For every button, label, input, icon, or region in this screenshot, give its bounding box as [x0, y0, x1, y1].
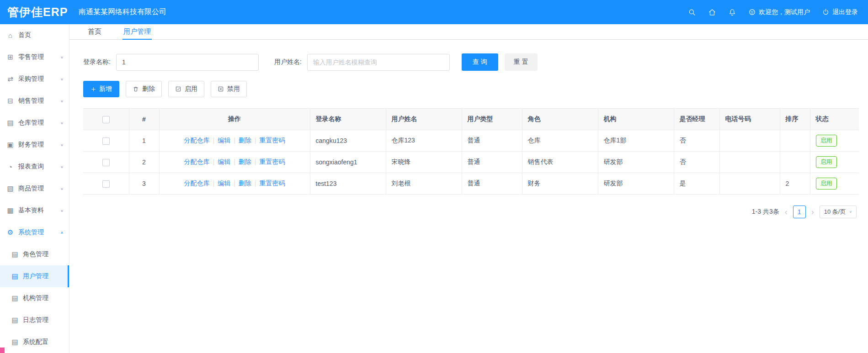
add-button[interactable]: 新增 — [83, 81, 119, 97]
chevron-up-icon: ∧ — [60, 231, 64, 235]
col-sort: 排序 — [780, 109, 810, 130]
logout-text: 退出登录 — [832, 8, 858, 16]
col-actions: 操作 — [159, 109, 310, 130]
col-login: 登录名称 — [310, 109, 386, 130]
logout-button[interactable]: 退出登录 — [822, 8, 858, 16]
page-size-select[interactable]: 10 条/页 ∨ — [820, 205, 857, 218]
sidebar-item-user-mgmt[interactable]: ▤ 用户管理 — [0, 265, 69, 287]
doc-icon: ▤ — [11, 338, 19, 346]
sidebar-item-basic-data[interactable]: ▦ 基本资料 ∨ — [0, 200, 69, 221]
welcome-user[interactable]: 欢迎您，测试用户 — [748, 8, 810, 16]
disable-button[interactable]: 禁用 — [211, 81, 247, 97]
chevron-down-icon: ∨ — [60, 165, 64, 169]
col-name: 用户姓名 — [386, 109, 462, 130]
sidebar-item-label: 销售管理 — [18, 97, 44, 105]
reset-button[interactable]: 重 置 — [505, 53, 538, 71]
sidebar-item-label: 日志管理 — [23, 316, 48, 324]
sidebar-item-home[interactable]: ⌂ 首页 — [0, 24, 69, 46]
delete-link[interactable]: 删除 — [239, 137, 251, 144]
reset-password-link[interactable]: 重置密码 — [259, 179, 285, 187]
sidebar-item-log-mgmt[interactable]: ▤ 日志管理 — [0, 309, 69, 331]
finance-icon: ▣ — [6, 141, 14, 149]
doc-icon: ▤ — [11, 250, 19, 258]
row-index: 2 — [129, 152, 159, 173]
delete-link[interactable]: 删除 — [239, 158, 251, 165]
assign-warehouse-link[interactable]: 分配仓库 — [184, 158, 210, 165]
status-badge[interactable]: 启用 — [816, 135, 837, 147]
col-org: 机构 — [598, 109, 674, 130]
sidebar-item-purchase[interactable]: ⇄ 采购管理 ∨ — [0, 68, 69, 90]
next-page-icon[interactable]: › — [811, 208, 814, 216]
cell-phone — [719, 152, 780, 173]
home-icon[interactable] — [708, 8, 716, 16]
gear-icon: ⚙ — [6, 228, 14, 237]
sidebar-item-reports[interactable]: ◔ 报表查询 ∨ — [0, 156, 69, 178]
prev-page-icon[interactable]: ‹ — [785, 208, 788, 216]
row-checkbox[interactable] — [102, 159, 110, 166]
home-icon: ⌂ — [6, 32, 14, 39]
check-square-icon — [175, 86, 181, 92]
user-name-input[interactable] — [307, 54, 450, 71]
toolbar: 新增 删除 启用 禁用 — [83, 81, 857, 97]
pagination: 1-3 共3条 ‹ 1 › 10 条/页 ∨ — [83, 205, 857, 218]
table-header-row: # 操作 登录名称 用户姓名 用户类型 角色 机构 是否经理 电话号码 排序 状… — [83, 109, 859, 130]
edit-link[interactable]: 编辑 — [218, 158, 230, 165]
edit-link[interactable]: 编辑 — [218, 137, 230, 144]
sidebar-item-role-mgmt[interactable]: ▤ 角色管理 — [0, 243, 69, 265]
sidebar-item-label: 角色管理 — [23, 250, 48, 258]
bell-icon[interactable] — [728, 8, 736, 16]
topbar-actions: 欢迎您，测试用户 退出登录 — [688, 8, 868, 16]
page-number[interactable]: 1 — [793, 205, 806, 218]
search-button[interactable]: 查 询 — [462, 53, 498, 71]
status-badge[interactable]: 启用 — [816, 156, 837, 168]
reset-password-link[interactable]: 重置密码 — [259, 158, 285, 165]
sidebar-item-system[interactable]: ⚙ 系统管理 ∧ — [0, 221, 69, 243]
sidebar-item-sales[interactable]: ⊟ 销售管理 ∨ — [0, 90, 69, 112]
sidebar-item-finance[interactable]: ▣ 财务管理 ∨ — [0, 134, 69, 156]
cell-manager: 是 — [674, 173, 719, 195]
col-role: 角色 — [522, 109, 598, 130]
delete-link[interactable]: 删除 — [239, 179, 251, 187]
chevron-down-icon: ∨ — [60, 187, 64, 191]
row-checkbox[interactable] — [102, 137, 110, 145]
delete-button[interactable]: 删除 — [126, 81, 162, 97]
sidebar-item-retail[interactable]: ⊞ 零售管理 ∨ — [0, 46, 69, 68]
enable-button[interactable]: 启用 — [168, 81, 204, 97]
doc-icon: ▤ — [11, 272, 19, 280]
purchase-icon: ⇄ — [6, 75, 14, 83]
status-badge[interactable]: 启用 — [816, 178, 837, 190]
plus-icon — [91, 86, 96, 92]
sidebar-item-goods[interactable]: ▧ 商品管理 ∨ — [0, 178, 69, 200]
content: 登录名称: 用户姓名: 查 询 重 置 新增 删除 启用 — [69, 40, 868, 218]
col-phone: 电话号码 — [719, 109, 780, 130]
search-icon[interactable] — [688, 8, 696, 16]
assign-warehouse-link[interactable]: 分配仓库 — [184, 179, 210, 187]
company-name: 南通某某网络科技有限公司 — [79, 7, 166, 17]
edit-link[interactable]: 编辑 — [218, 179, 230, 187]
cell-phone — [719, 130, 780, 152]
chevron-down-icon: ∨ — [60, 99, 64, 103]
cell-login: cangku123 — [310, 130, 386, 152]
sidebar-item-warehouse[interactable]: ▤ 仓库管理 ∨ — [0, 112, 69, 134]
sidebar-item-label: 财务管理 — [18, 141, 44, 149]
row-actions: 分配仓库|编辑|删除|重置密码 — [159, 173, 310, 195]
cell-type: 普通 — [462, 130, 522, 152]
sidebar-item-org-mgmt[interactable]: ▤ 机构管理 — [0, 287, 69, 309]
cell-name: 仓库123 — [386, 130, 462, 152]
login-name-input[interactable] — [116, 54, 259, 71]
row-checkbox[interactable] — [102, 180, 110, 188]
cell-phone — [719, 173, 780, 195]
x-square-icon — [218, 86, 224, 92]
cell-manager: 否 — [674, 130, 719, 152]
assign-warehouse-link[interactable]: 分配仓库 — [184, 137, 210, 144]
sidebar-item-label: 零售管理 — [18, 53, 44, 61]
table-row: 1 分配仓库|编辑|删除|重置密码 cangku123 仓库123 普通 仓库 … — [83, 130, 859, 152]
cell-status: 启用 — [810, 130, 859, 152]
tab-user-mgmt[interactable]: 用户管理 — [122, 24, 152, 40]
select-all-checkbox[interactable] — [102, 116, 110, 123]
sidebar-item-system-config[interactable]: ▤ 系统配置 — [0, 331, 69, 353]
reset-password-link[interactable]: 重置密码 — [259, 137, 285, 144]
power-icon — [822, 8, 830, 16]
tab-home[interactable]: 首页 — [87, 24, 102, 40]
welcome-text: 欢迎您，测试用户 — [759, 8, 810, 16]
